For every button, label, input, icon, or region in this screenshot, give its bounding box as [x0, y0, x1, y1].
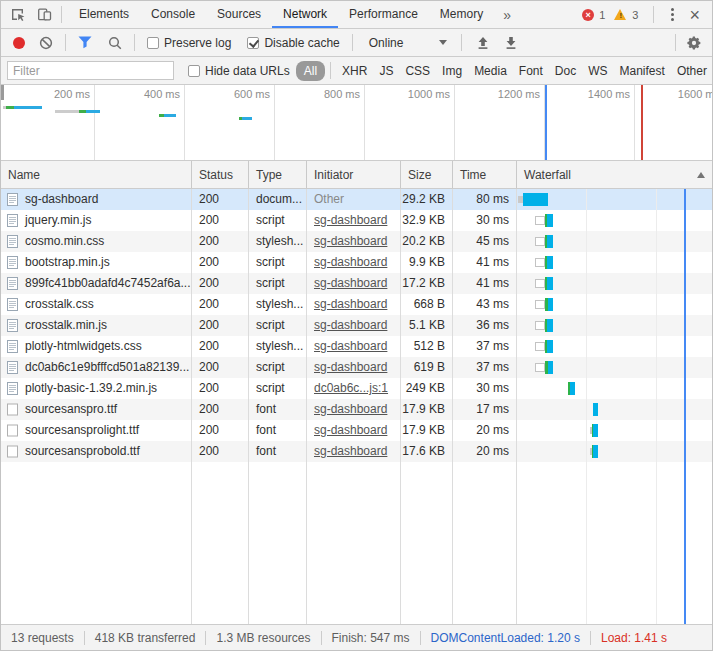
warning-count[interactable]: 3: [632, 9, 638, 21]
record-button[interactable]: [13, 37, 25, 49]
cell-name: dc0ab6c1e9bfffcd501a82139...: [1, 357, 192, 378]
tab-performance[interactable]: Performance: [338, 1, 429, 28]
overview-gridline: [364, 85, 365, 160]
inspect-element-icon[interactable]: [7, 4, 29, 26]
disable-cache-checkbox[interactable]: Disable cache: [247, 36, 339, 50]
cell-size: 249 KB: [401, 378, 453, 399]
font-file-icon: [7, 403, 18, 416]
column-header-type[interactable]: Type: [249, 161, 307, 188]
settings-gear-icon[interactable]: [686, 35, 702, 51]
overview-gridline: [184, 85, 185, 160]
export-har-icon[interactable]: [504, 36, 518, 50]
table-row[interactable]: 899fc41bb0adafd4c7452af6a...200scriptsg-…: [1, 273, 712, 294]
initiator-link[interactable]: sg-dashboard: [314, 402, 387, 416]
column-header-time[interactable]: Time: [453, 161, 517, 188]
filter-pill-other[interactable]: Other: [671, 61, 713, 81]
overview-request-bar: [159, 114, 176, 117]
table-row[interactable]: plotly-htmlwidgets.css200stylesh...sg-da…: [1, 336, 712, 357]
error-count[interactable]: 1: [599, 9, 605, 21]
column-header-initiator[interactable]: Initiator: [307, 161, 401, 188]
overview-drag-handle[interactable]: [1, 85, 4, 100]
filter-pill-font[interactable]: Font: [513, 61, 549, 81]
divider: [134, 34, 135, 51]
initiator-link[interactable]: sg-dashboard: [314, 234, 387, 248]
filter-funnel-icon[interactable]: [78, 36, 92, 49]
table-row[interactable]: crosstalk.css200stylesh...sg-dashboard66…: [1, 294, 712, 315]
more-tabs-button[interactable]: »: [494, 7, 520, 23]
column-header-waterfall[interactable]: Waterfall: [517, 161, 713, 188]
import-har-icon[interactable]: [476, 36, 490, 50]
cell-time: 41 ms: [453, 252, 517, 273]
filter-pill-media[interactable]: Media: [468, 61, 513, 81]
search-icon[interactable]: [108, 36, 122, 50]
cell-type: stylesh...: [249, 336, 307, 357]
cell-size: 17.9 KB: [401, 399, 453, 420]
column-header-status[interactable]: Status: [192, 161, 249, 188]
tab-console[interactable]: Console: [140, 1, 206, 28]
cell-type: font: [249, 420, 307, 441]
table-row[interactable]: jquery.min.js200scriptsg-dashboard32.9 K…: [1, 210, 712, 231]
table-row[interactable]: sourcesanspro.ttf200fontsg-dashboard17.9…: [1, 399, 712, 420]
column-border: [248, 189, 249, 624]
table-row[interactable]: sg-dashboard200docum...Other29.2 KB80 ms: [1, 189, 712, 210]
throttling-dropdown[interactable]: Online: [369, 36, 447, 50]
initiator-link[interactable]: sg-dashboard: [314, 255, 387, 269]
device-toolbar-icon[interactable]: [33, 4, 55, 26]
initiator-link[interactable]: sg-dashboard: [314, 318, 387, 332]
table-row[interactable]: crosstalk.min.js200scriptsg-dashboard5.1…: [1, 315, 712, 336]
table-row[interactable]: cosmo.min.css200stylesh...sg-dashboard20…: [1, 231, 712, 252]
filter-pill-xhr[interactable]: XHR: [336, 61, 373, 81]
initiator-link[interactable]: sg-dashboard: [314, 360, 387, 374]
cell-size: 32.9 KB: [401, 210, 453, 231]
initiator-link[interactable]: sg-dashboard: [314, 276, 387, 290]
chevron-down-icon: [439, 40, 447, 45]
initiator-link[interactable]: sg-dashboard: [314, 213, 387, 227]
filter-pill-css[interactable]: CSS: [399, 61, 436, 81]
cell-status: 200: [192, 399, 249, 420]
table-row[interactable]: sourcesansprolight.ttf200fontsg-dashboar…: [1, 420, 712, 441]
error-icon[interactable]: ×: [582, 9, 594, 21]
waterfall-bar: [535, 357, 553, 378]
tab-sources[interactable]: Sources: [206, 1, 272, 28]
requests-table-header: NameStatusTypeInitiatorSizeTimeWaterfall: [1, 161, 712, 189]
column-header-size[interactable]: Size: [401, 161, 453, 188]
close-icon[interactable]: ×: [685, 6, 704, 24]
initiator-link[interactable]: sg-dashboard: [314, 339, 387, 353]
filter-pill-manifest[interactable]: Manifest: [614, 61, 671, 81]
status-item: 1.3 MB resources: [206, 631, 320, 645]
table-row[interactable]: plotly-basic-1.39.2.min.js200scriptdc0ab…: [1, 378, 712, 399]
divider: [653, 6, 654, 23]
waterfall-bar: [535, 294, 553, 315]
cell-time: 20 ms: [453, 441, 517, 462]
warning-icon[interactable]: !: [614, 9, 627, 21]
hide-data-urls-checkbox[interactable]: Hide data URLs: [188, 64, 290, 78]
menu-kebab-icon[interactable]: [665, 4, 680, 25]
table-row[interactable]: dc0ab6c1e9bfffcd501a82139...200scriptsg-…: [1, 357, 712, 378]
filter-pill-all[interactable]: All: [296, 61, 325, 81]
cell-initiator: sg-dashboard: [307, 231, 401, 252]
filter-pill-doc[interactable]: Doc: [549, 61, 582, 81]
filter-pill-ws[interactable]: WS: [582, 61, 613, 81]
tab-network[interactable]: Network: [272, 1, 338, 28]
initiator-link[interactable]: dc0ab6c...js:1: [314, 381, 388, 395]
waterfall-gridline: [656, 189, 657, 624]
preserve-log-checkbox[interactable]: Preserve log: [147, 36, 231, 50]
table-row[interactable]: bootstrap.min.js200scriptsg-dashboard9.9…: [1, 252, 712, 273]
clear-icon[interactable]: [39, 36, 53, 50]
table-row[interactable]: sourcesansprobold.ttf200fontsg-dashboard…: [1, 441, 712, 462]
filter-input[interactable]: [7, 61, 174, 80]
cell-type: stylesh...: [249, 294, 307, 315]
column-header-name[interactable]: Name: [1, 161, 192, 188]
initiator-link[interactable]: sg-dashboard: [314, 444, 387, 458]
initiator-link[interactable]: sg-dashboard: [314, 297, 387, 311]
cell-initiator: sg-dashboard: [307, 252, 401, 273]
cell-initiator: Other: [307, 189, 401, 210]
initiator-link[interactable]: sg-dashboard: [314, 423, 387, 437]
cell-type: font: [249, 399, 307, 420]
tab-elements[interactable]: Elements: [68, 1, 140, 28]
filter-pill-img[interactable]: Img: [436, 61, 468, 81]
filter-pill-js[interactable]: JS: [373, 61, 399, 81]
tab-memory[interactable]: Memory: [429, 1, 494, 28]
waterfall-domcontentloaded-line: [684, 189, 686, 624]
timeline-overview[interactable]: 200 ms400 ms600 ms800 ms1000 ms1200 ms14…: [1, 85, 712, 161]
